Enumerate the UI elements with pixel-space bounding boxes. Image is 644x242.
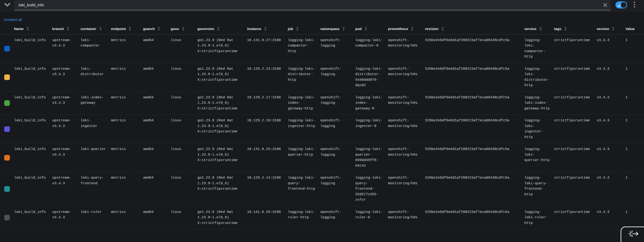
cell-namespace: openshift-logging — [320, 172, 355, 206]
column-header-name[interactable]: Name — [14, 23, 52, 34]
cell-value: 1 — [626, 206, 644, 229]
cell-endpoint: metrics — [111, 63, 143, 91]
column-header-label: instance — [247, 27, 261, 31]
cell-container: loki-ingester — [80, 115, 111, 143]
query-kebab-menu-button[interactable] — [630, 0, 638, 10]
sort-icon — [411, 27, 414, 31]
cell-version: v3.4.3 — [597, 63, 626, 91]
kebab-menu-icon — [634, 1, 635, 9]
column-header-job[interactable]: job — [288, 23, 320, 34]
cell-endpoint: metrics — [111, 206, 143, 229]
series-color-swatch[interactable] — [4, 74, 10, 80]
cell-revision: 526be2e6df6e6d1af200223af7eca06348cdfc5a — [425, 206, 524, 229]
series-swatch-cell — [0, 91, 14, 115]
column-header-label: endpoint — [111, 27, 126, 31]
column-header-label: service — [524, 27, 536, 31]
column-header-revision[interactable]: revision — [425, 23, 524, 34]
series-color-swatch[interactable] — [4, 100, 10, 106]
cell-tags: strictfipsruntime — [554, 63, 597, 91]
column-header-container[interactable]: container — [80, 23, 111, 34]
sort-icon — [99, 27, 102, 31]
column-header-label: job — [288, 27, 293, 31]
table-row: loki_build_infoupstream-v3.4.3loki-distr… — [0, 63, 644, 91]
cell-instance: 10.131.0.26:3100 — [247, 206, 288, 229]
series-color-swatch[interactable] — [4, 46, 10, 51]
cell-branch: upstream-v3.4.3 — [52, 91, 80, 115]
column-header-label: version — [597, 27, 609, 31]
cell-value: 1 — [626, 34, 644, 63]
cell-service: logging-loki-index-gateway-http — [524, 91, 554, 115]
cell-container: loki-querier — [80, 143, 111, 172]
table-row: loki_build_infoupstream-v3.4.3loki-queri… — [0, 143, 644, 172]
sort-icon — [264, 27, 267, 31]
cell-container: loki-index-gateway — [80, 91, 111, 115]
table-row: loki_build_infoupstream-v3.4.3loki-index… — [0, 91, 644, 115]
query-enabled-toggle[interactable] — [616, 2, 627, 9]
cell-instance: 10.129.2.17:3100 — [247, 91, 288, 115]
column-header-label: container — [80, 27, 96, 31]
cell-container: loki-compactor — [80, 34, 111, 63]
column-header-goarch[interactable]: goarch — [143, 23, 171, 34]
cell-pod: logging-loki-index-gateway-0 — [355, 91, 388, 115]
cell-goarch: amd64 — [143, 91, 171, 115]
sort-icon — [217, 27, 220, 31]
cell-goversion: go1.23.9 (Red Hat 1.23.9-1.el9_6) X:stri… — [198, 91, 247, 115]
column-header-pod[interactable]: pod — [355, 23, 388, 34]
clear-query-button[interactable] — [602, 2, 608, 9]
cell-pod: logging-loki-ingester-0 — [355, 115, 388, 143]
column-header-label: goarch — [143, 27, 155, 31]
column-header-prometheus[interactable]: prometheus — [388, 23, 425, 34]
cell-revision: 526be2e6df6e6d1af200223af7eca06348cdfc5a — [425, 34, 524, 63]
cell-goarch: amd64 — [143, 34, 171, 63]
cell-service: logging-loki-query-frontend-http — [524, 172, 554, 206]
column-header-branch[interactable]: branch — [52, 23, 80, 34]
cell-version: v3.4.3 — [597, 206, 626, 229]
cell-service: logging-loki-distributor-http — [524, 63, 554, 91]
cell-branch: upstream-v3.4.3 — [52, 63, 80, 91]
cell-job: logging-loki-querier-http — [288, 143, 320, 172]
cell-pod: logging-loki-distributor-5448ddd976-dqs9… — [355, 63, 388, 91]
cell-endpoint: metrics — [111, 34, 143, 63]
column-header-version[interactable]: version — [597, 23, 626, 34]
column-header-value[interactable]: Value — [626, 23, 644, 34]
cell-version: v3.4.3 — [597, 143, 626, 172]
cell-job: logging-loki-index-gateway-http — [288, 91, 320, 115]
column-header-label: tags — [554, 27, 561, 31]
series-color-swatch[interactable] — [4, 215, 10, 220]
table-row: loki_build_infoupstream-v3.4.3loki-query… — [0, 172, 644, 206]
cell-namespace: openshift-logging — [320, 63, 355, 91]
column-header-goos[interactable]: goos — [171, 23, 198, 34]
cell-prometheus: openshift-monitoring/k8s — [388, 206, 425, 229]
unselect-all-link[interactable]: Unselect all — [4, 18, 22, 22]
series-color-swatch[interactable] — [4, 155, 10, 161]
column-header-endpoint[interactable]: endpoint — [111, 23, 143, 34]
cell-value: 1 — [626, 143, 644, 172]
series-color-swatch[interactable] — [4, 186, 10, 192]
cell-goarch: amd64 — [143, 115, 171, 143]
sort-icon — [182, 27, 184, 31]
cell-name: loki_build_info — [14, 206, 52, 229]
column-header-tags[interactable]: tags — [554, 23, 597, 34]
collapse-query-button[interactable] — [0, 0, 14, 10]
cell-name: loki_build_info — [14, 115, 52, 143]
series-color-swatch[interactable] — [4, 126, 10, 132]
sort-icon — [128, 27, 131, 31]
sort-icon — [612, 27, 614, 31]
cell-job: logging-loki-query-frontend-http — [288, 172, 320, 206]
cell-instance: 10.129.2.16:3100 — [247, 115, 288, 143]
cell-service: logging-loki-querier-http — [524, 143, 554, 172]
column-header-goversion[interactable]: goversion — [198, 23, 247, 34]
column-header-namespace[interactable]: namespace — [320, 23, 355, 34]
cell-revision: 526be2e6df6e6d1af200223af7eca06348cdfc5a — [425, 63, 524, 91]
cell-goversion: go1.23.9 (Red Hat 1.23.9-1.el9_6) X:stri… — [198, 34, 247, 63]
cell-branch: upstream-v3.4.3 — [52, 206, 80, 229]
column-header-instance[interactable]: instance — [247, 23, 288, 34]
cell-prometheus: openshift-monitoring/k8s — [388, 63, 425, 91]
column-header-service[interactable]: service — [524, 23, 554, 34]
cell-version: v3.4.3 — [597, 34, 626, 63]
cell-container: loki-ruler — [80, 206, 111, 229]
cell-version: v3.4.3 — [597, 115, 626, 143]
query-expression-input[interactable] — [14, 0, 611, 10]
corner-overlay-button[interactable] — [620, 226, 644, 242]
cell-goarch: amd64 — [143, 143, 171, 172]
